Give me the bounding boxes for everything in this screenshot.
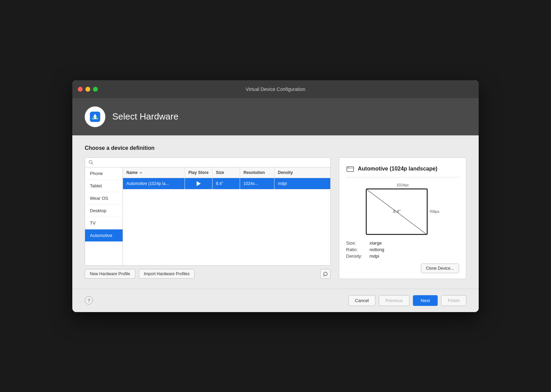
spec-val-density: mdpi: [370, 254, 379, 259]
svg-point-1: [93, 117, 94, 118]
android-studio-icon: [85, 106, 105, 127]
col-header-name: Name: [123, 167, 185, 178]
section-title: Choose a device definition: [85, 145, 466, 151]
title-bar: Virtual Device Configuration: [72, 80, 479, 98]
svg-rect-5: [347, 167, 354, 172]
footer-right: Cancel Previous Next Finish: [349, 295, 466, 306]
clone-btn-row: Clone Device...: [346, 264, 459, 273]
bottom-buttons: New Hardware Profile Import Hardware Pro…: [85, 269, 331, 279]
page-header: Select Hardware: [72, 98, 479, 135]
android-icon-svg: [89, 110, 102, 123]
height-label: 768px: [429, 209, 439, 214]
preview-title: Automotive (1024p landscape): [358, 166, 437, 172]
help-button[interactable]: ?: [85, 296, 93, 305]
size-label: 8.4": [393, 209, 401, 214]
spec-key-ratio: Ratio:: [346, 247, 368, 252]
col-header-density: Density: [274, 167, 302, 178]
maximize-button[interactable]: [93, 87, 98, 92]
category-item-phone[interactable]: Phone: [85, 167, 123, 180]
window-title: Virtual Device Configuration: [246, 86, 305, 92]
page-title: Select Hardware: [112, 111, 178, 122]
spec-val-ratio: notlong: [370, 247, 384, 252]
width-label: 1024px: [366, 183, 439, 187]
spec-row-ratio: Ratio: notlong: [346, 247, 459, 252]
cell-size: 8.4": [212, 178, 240, 189]
device-preview: Automotive (1024p landscape) 1024px: [339, 157, 466, 279]
window-controls: [78, 87, 98, 92]
content-area: Choose a device definition Phone: [72, 135, 479, 289]
footer: ? Cancel Previous Next Finish: [72, 289, 479, 312]
table-header: Name Play Store Size Resolution Density: [123, 167, 330, 178]
refresh-icon: [323, 271, 328, 276]
category-list: Phone Tablet Wear OS Desktop TV Automoti…: [85, 167, 123, 265]
svg-point-2: [96, 117, 98, 118]
cell-play-store: [185, 178, 212, 189]
sort-icon: [139, 171, 143, 174]
left-panel: Phone Tablet Wear OS Desktop TV Automoti…: [85, 157, 331, 279]
diagram-row: 8.4" 768px: [366, 188, 439, 235]
category-item-wear-os[interactable]: Wear OS: [85, 192, 123, 205]
search-icon: [89, 160, 93, 165]
new-hardware-profile-button[interactable]: New Hardware Profile: [85, 269, 135, 279]
spec-key-size: Size:: [346, 240, 368, 246]
minimize-button[interactable]: [85, 87, 90, 92]
search-bar: [85, 157, 331, 167]
category-item-tablet[interactable]: Tablet: [85, 180, 123, 192]
table-row[interactable]: Automotive (1024p la... 8.4" 1024x... md…: [123, 178, 330, 189]
previous-button[interactable]: Previous: [379, 295, 409, 306]
device-table-container: Phone Tablet Wear OS Desktop TV Automoti…: [85, 167, 331, 266]
preview-diagram: 1024px 8.4" 768px: [346, 183, 459, 235]
empty-rows: [123, 189, 330, 265]
cell-density: mdpi: [274, 178, 302, 189]
device-list-area: Name Play Store Size Resolution Density: [123, 167, 330, 265]
main-window: Virtual Device Configuration Select Hard…: [72, 80, 479, 312]
import-hardware-profiles-button[interactable]: Import Hardware Profiles: [139, 269, 195, 279]
category-item-tv[interactable]: TV: [85, 217, 123, 229]
col-header-size: Size: [212, 167, 240, 178]
next-button[interactable]: Next: [413, 295, 438, 306]
spec-key-density: Density:: [346, 254, 368, 259]
svg-line-4: [92, 163, 93, 165]
col-header-resolution: Resolution: [240, 167, 274, 178]
cell-name: Automotive (1024p la...: [123, 178, 185, 189]
refresh-button[interactable]: [320, 269, 331, 279]
play-store-icon: [197, 181, 201, 186]
main-area: Phone Tablet Wear OS Desktop TV Automoti…: [85, 157, 466, 279]
spec-val-size: xlarge: [370, 240, 382, 246]
device-icon: [346, 165, 354, 173]
cell-resolution: 1024x...: [240, 178, 274, 189]
finish-button[interactable]: Finish: [441, 295, 466, 306]
clone-device-button[interactable]: Clone Device...: [421, 264, 459, 273]
diagram-wrapper: 1024px 8.4" 768px: [366, 183, 439, 235]
preview-header: Automotive (1024p landscape): [346, 165, 459, 177]
spec-row-size: Size: xlarge: [346, 240, 459, 246]
right-panel: Automotive (1024p landscape) 1024px: [339, 157, 466, 279]
spec-row-density: Density: mdpi: [346, 254, 459, 259]
device-specs: Size: xlarge Ratio: notlong Density: mdp…: [346, 240, 459, 259]
search-input[interactable]: [95, 160, 327, 165]
col-header-play-store: Play Store: [185, 167, 212, 178]
cancel-button[interactable]: Cancel: [349, 295, 375, 306]
footer-left: ?: [85, 296, 93, 305]
close-button[interactable]: [78, 87, 83, 92]
category-item-automotive[interactable]: Automotive: [85, 229, 123, 241]
device-screen: 8.4": [366, 188, 428, 235]
category-item-desktop[interactable]: Desktop: [85, 205, 123, 217]
